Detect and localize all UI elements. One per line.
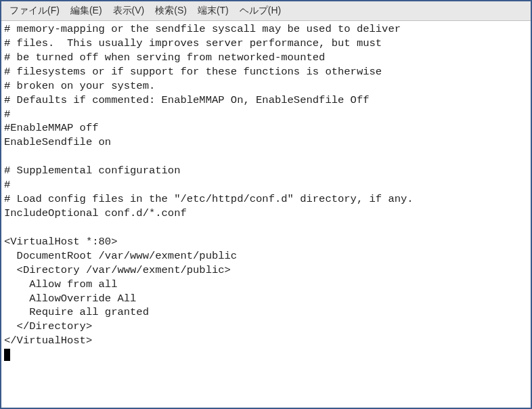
menu-edit[interactable]: 編集(E): [66, 3, 106, 18]
menu-terminal[interactable]: 端末(T): [194, 3, 233, 18]
menubar: ファイル(F) 編集(E) 表示(V) 検索(S) 端末(T) ヘルプ(H): [1, 1, 531, 21]
terminal-text: # memory-mapping or the sendfile syscall…: [4, 23, 414, 347]
menu-help[interactable]: ヘルプ(H): [236, 3, 285, 18]
menu-view[interactable]: 表示(V): [109, 3, 149, 18]
menu-search[interactable]: 検索(S): [151, 3, 191, 18]
menu-file[interactable]: ファイル(F): [5, 3, 64, 18]
terminal-cursor: [4, 349, 10, 361]
terminal-content[interactable]: # memory-mapping or the sendfile syscall…: [1, 21, 531, 408]
